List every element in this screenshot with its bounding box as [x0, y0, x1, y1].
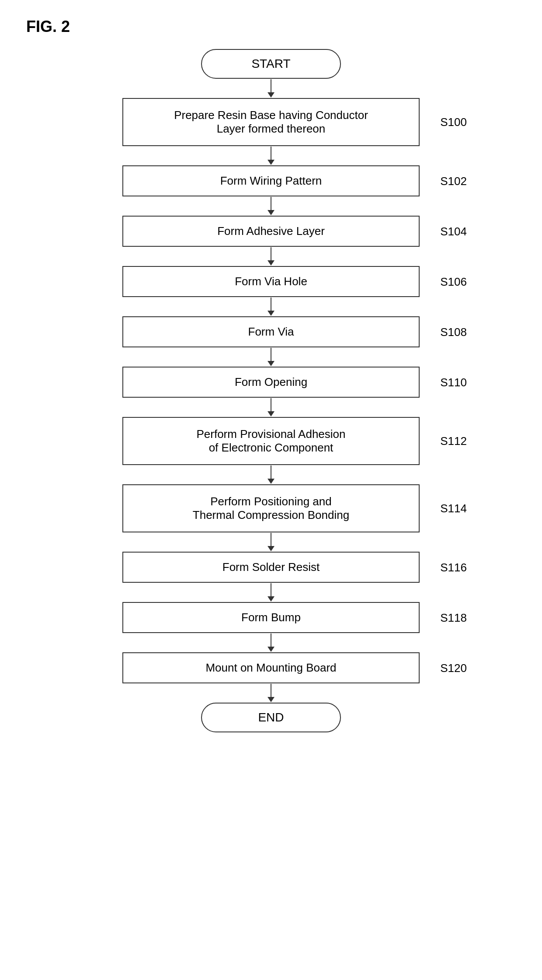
arrow-line [271, 684, 271, 697]
arrow-head [268, 647, 274, 652]
process-box-s116: Form Solder Resist S116 [122, 552, 420, 583]
arrow-line [271, 398, 271, 411]
figure-title: FIG. 2 [26, 18, 516, 36]
process-box-s100: Prepare Resin Base having ConductorLayer… [122, 98, 420, 146]
process-box-s114: Perform Positioning andThermal Compressi… [122, 484, 420, 532]
process-box-s104: Form Adhesive Layer S104 [122, 216, 420, 247]
step-label-s118: S118 [440, 611, 467, 624]
arrow-5 [268, 297, 274, 316]
step-s116: Form Solder Resist S116 [122, 552, 420, 583]
step-label-s110: S110 [440, 375, 467, 389]
arrow-head [268, 546, 274, 551]
arrow-line [271, 79, 271, 92]
arrow-head [268, 92, 274, 98]
arrow-1 [268, 79, 274, 98]
arrow-2 [268, 146, 274, 165]
arrow-line [271, 147, 271, 160]
process-box-s108: Form Via S108 [122, 316, 420, 347]
arrow-10 [268, 583, 274, 602]
terminal-end: END [201, 703, 341, 732]
process-box-s112: Perform Provisional Adhesionof Electroni… [122, 417, 420, 465]
arrow-line [271, 348, 271, 361]
arrow-12 [268, 683, 274, 703]
arrow-line [271, 466, 271, 479]
arrow-head [268, 361, 274, 366]
arrow-line [271, 583, 271, 596]
step-s110: Form Opening S110 [122, 367, 420, 398]
step-label-s104: S104 [440, 224, 467, 238]
step-s106: Form Via Hole S106 [122, 266, 420, 297]
arrow-3 [268, 196, 274, 216]
arrow-6 [268, 347, 274, 367]
arrow-head [268, 596, 274, 602]
page-container: FIG. 2 START Prepare Resin Base having C… [0, 0, 542, 980]
arrow-4 [268, 247, 274, 266]
start-step: START [201, 49, 341, 79]
step-label-s112: S112 [440, 434, 467, 448]
step-s112: Perform Provisional Adhesionof Electroni… [122, 417, 420, 465]
arrow-8 [268, 465, 274, 484]
step-s120: Mount on Mounting Board S120 [122, 652, 420, 683]
step-label-s106: S106 [440, 275, 467, 288]
arrow-line [271, 247, 271, 260]
end-step: END [201, 703, 341, 732]
step-s100: Prepare Resin Base having ConductorLayer… [122, 98, 420, 146]
step-s114: Perform Positioning andThermal Compressi… [122, 484, 420, 532]
arrow-head [268, 697, 274, 702]
step-label-s100: S100 [440, 116, 467, 129]
arrow-head [268, 479, 274, 484]
arrow-head [268, 311, 274, 316]
step-label-s108: S108 [440, 325, 467, 339]
step-s118: Form Bump S118 [122, 602, 420, 633]
step-s108: Form Via S108 [122, 316, 420, 347]
arrow-11 [268, 633, 274, 652]
process-box-s118: Form Bump S118 [122, 602, 420, 633]
process-box-s110: Form Opening S110 [122, 367, 420, 398]
arrow-9 [268, 532, 274, 552]
terminal-start: START [201, 49, 341, 79]
arrow-line [271, 197, 271, 210]
step-label-s116: S116 [440, 560, 467, 574]
arrow-head [268, 260, 274, 266]
arrow-line [271, 634, 271, 647]
step-label-s114: S114 [440, 502, 467, 515]
process-box-s106: Form Via Hole S106 [122, 266, 420, 297]
arrow-head [268, 210, 274, 215]
process-box-s102: Form Wiring Pattern S102 [122, 165, 420, 196]
step-label-s102: S102 [440, 174, 467, 188]
step-s102: Form Wiring Pattern S102 [122, 165, 420, 196]
arrow-line [271, 298, 271, 311]
arrow-head [268, 160, 274, 165]
flowchart: START Prepare Resin Base having Conducto… [26, 49, 516, 732]
process-box-s120: Mount on Mounting Board S120 [122, 652, 420, 683]
step-label-s120: S120 [440, 661, 467, 675]
step-s104: Form Adhesive Layer S104 [122, 216, 420, 247]
arrow-7 [268, 398, 274, 417]
arrow-line [271, 533, 271, 546]
arrow-head [268, 411, 274, 416]
